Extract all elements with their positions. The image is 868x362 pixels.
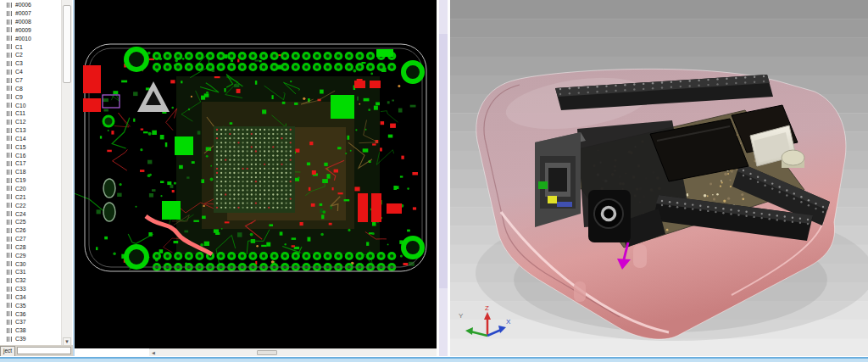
component-list-item[interactable]: C37 [0,318,61,326]
component-list-item[interactable]: C7 [0,76,61,85]
sidebar-scrollbar[interactable]: ▼ [61,0,72,348]
component-label: #0010 [15,36,31,42]
component-label: C2 [15,52,23,58]
component-label: C29 [15,253,25,259]
footprint-icon [6,244,13,249]
hscrollbar-thumb[interactable] [257,350,277,355]
footprint-icon [6,303,13,308]
component-label: C15 [15,144,25,150]
footprint-icon [6,11,13,16]
sidebar-scrollbar-thumb[interactable] [63,5,71,83]
ethernet-led-yellow [548,196,557,203]
component-label: C10 [15,103,25,109]
component-list-item[interactable]: C1 [0,42,61,51]
component-list-item[interactable]: C29 [0,251,61,259]
component-label: C19 [15,177,25,183]
footprint-icon [6,120,13,125]
component-list-item[interactable]: #0009 [0,26,61,35]
component-label: C22 [15,203,25,209]
case-post-2 [574,281,586,302]
component-label: C20 [15,186,25,192]
component-label: C33 [15,286,25,292]
component-label: C25 [15,219,25,225]
component-list-item[interactable]: #0006 [0,1,61,9]
component-list[interactable]: #0006#0007#0008#0009#0010C1C2C3C4C7C8C9C… [0,1,61,345]
component-label: C9 [15,94,23,100]
component-list-item[interactable]: C25 [0,218,61,226]
footprint-icon [6,86,13,91]
component-list-item[interactable]: C9 [0,92,61,101]
component-list-item[interactable]: C20 [0,185,61,193]
component-list-item[interactable]: C3 [0,59,61,68]
component-list-item[interactable]: C22 [0,201,61,209]
component-label: C37 [15,319,25,325]
component-label: C1 [15,44,23,50]
pcb-3d-canvas: Y Z X [450,0,868,356]
component-list-item[interactable]: C33 [0,285,61,293]
component-list-item[interactable]: C14 [0,135,61,143]
component-label: C31 [15,269,25,275]
axis-z-label: Z [485,304,489,312]
component-label: C13 [15,127,25,133]
component-label: C32 [15,277,25,283]
footprint-icon [6,320,13,325]
component-label: #0006 [15,2,31,8]
component-label: C11 [15,110,25,116]
component-list-item[interactable]: C34 [0,293,61,302]
pcb-2d-view[interactable]: ◀ ▶ [75,0,437,348]
component-label: C28 [15,244,25,250]
component-label: C38 [15,327,25,333]
component-list-item[interactable]: C31 [0,268,61,276]
footprint-icon [6,270,13,275]
footprint-icon [6,27,13,32]
component-list-item[interactable]: C13 [0,126,61,135]
panel-tab[interactable]: ject [0,346,15,356]
component-list-item[interactable]: C35 [0,301,61,309]
vscrollbar-thumb[interactable] [439,34,448,288]
component-list-item[interactable]: #0007 [0,9,61,18]
footprint-icon [6,53,13,58]
pcb-2d-vscrollbar[interactable] [437,0,450,356]
component-label: C12 [15,119,25,125]
component-list-item[interactable]: C12 [0,118,61,126]
component-list-item[interactable]: C30 [0,259,61,268]
component-list-item[interactable]: C2 [0,51,61,59]
footprint-icon [6,111,13,116]
component-list-item[interactable]: C36 [0,309,61,318]
component-list-item[interactable]: C10 [0,101,61,109]
component-list-item[interactable]: C18 [0,168,61,176]
scroll-left-arrow-icon[interactable]: ◀ [150,350,157,356]
footprint-icon [6,170,13,175]
footprint-icon [6,337,13,342]
component-label: C14 [15,136,25,142]
component-list-item[interactable]: C39 [0,335,61,343]
component-list-item[interactable]: C15 [0,142,61,151]
footprint-icon [6,186,13,191]
footprint-icon [6,203,13,208]
component-list-item[interactable]: C27 [0,235,61,243]
footprint-icon [6,19,13,25]
panel-filter-field[interactable] [17,347,71,354]
component-list-item[interactable]: #0008 [0,18,61,26]
footprint-icon [6,161,13,166]
component-label: C16 [15,153,25,159]
component-list-item[interactable]: C17 [0,159,61,168]
esd-triangle-icon [137,81,170,112]
component-list-item[interactable]: #0010 [0,34,61,42]
component-list-item[interactable]: C24 [0,209,61,218]
component-list-item[interactable]: C8 [0,84,61,92]
pcb-3d-view[interactable]: Y Z X [450,0,868,356]
component-label: C8 [15,86,23,92]
component-list-item[interactable]: C32 [0,276,61,285]
component-list-item[interactable]: C4 [0,68,61,76]
component-list-item[interactable]: C21 [0,192,61,201]
component-label: C39 [15,336,25,342]
component-list-item[interactable]: C28 [0,242,61,251]
component-list-item[interactable]: C16 [0,151,61,159]
footprint-icon [6,78,13,83]
component-label: C24 [15,211,25,217]
component-list-item[interactable]: C38 [0,326,61,335]
component-list-item[interactable]: C11 [0,109,61,118]
component-list-item[interactable]: C26 [0,226,61,235]
component-list-item[interactable]: C19 [0,176,61,185]
